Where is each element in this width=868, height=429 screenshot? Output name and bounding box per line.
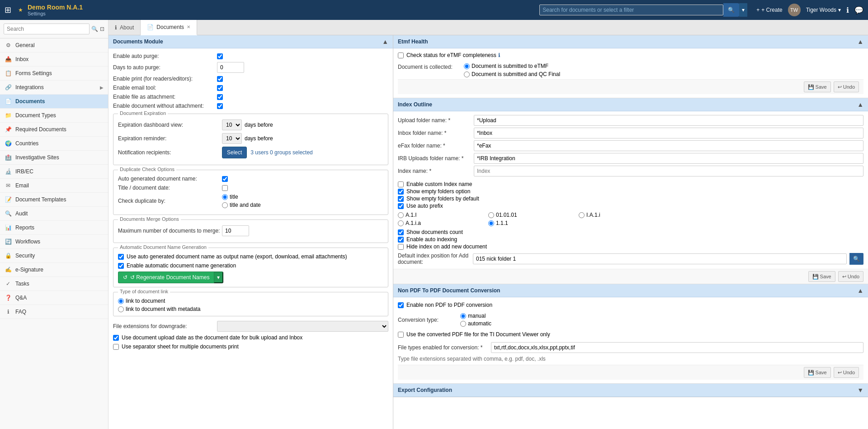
non-pdf-undo-button[interactable]: ↩ Undo (834, 367, 859, 378)
days-to-auto-purge-input[interactable] (217, 62, 244, 73)
tab-documents[interactable]: 📄 Documents ✕ (141, 20, 197, 35)
enable-non-pdf-checkbox[interactable] (398, 302, 404, 308)
file-types-input[interactable] (491, 342, 863, 353)
enable-custom-index-checkbox[interactable] (398, 181, 404, 187)
tab-close-icon[interactable]: ✕ (187, 24, 190, 29)
hide-index-on-add-checkbox[interactable] (398, 244, 404, 250)
sidebar-item-general[interactable]: ⚙ General (0, 38, 108, 52)
non-pdf-conversion-collapse[interactable]: ▲ (857, 287, 863, 294)
chat-button[interactable]: 💬 (854, 6, 863, 14)
nav-search-input[interactable] (539, 5, 723, 15)
radio-link-to-document-with-metadata[interactable] (118, 306, 124, 312)
sidebar-item-workflows[interactable]: 🔄 Workflows (0, 235, 108, 249)
sidebar-item-audit[interactable]: 🔍 Audit (0, 207, 108, 221)
radio-title-and-date[interactable] (222, 202, 228, 208)
regenerate-document-names-button[interactable]: ↺ ↺ Regenerate Document Names (118, 272, 214, 283)
sidebar-item-required-documents[interactable]: 📌 Required Documents (0, 123, 108, 137)
sidebar-item-reports[interactable]: 📊 Reports (0, 221, 108, 235)
sidebar-item-inbox[interactable]: 📥 Inbox (0, 52, 108, 67)
enable-auto-indexing-checkbox[interactable] (398, 237, 404, 243)
radio-111[interactable] (488, 220, 494, 226)
sidebar-item-countries[interactable]: 🌍 Countries (0, 137, 108, 151)
radio-link-to-document[interactable] (118, 298, 124, 304)
enable-email-tool-checkbox[interactable] (217, 85, 223, 91)
sidebar-item-email[interactable]: ✉ Email (0, 179, 108, 193)
use-separator-sheet-checkbox[interactable] (113, 344, 119, 350)
expiration-dashboard-select[interactable]: 10 30 60 90 (222, 119, 242, 130)
nav-search-button[interactable]: 🔍 (723, 3, 739, 17)
export-configuration-collapse[interactable]: ▼ (857, 386, 863, 394)
use-converted-pdf-checkbox[interactable] (398, 332, 404, 338)
enable-auto-purge-checkbox[interactable] (217, 53, 223, 59)
index-outline-save-button[interactable]: 💾 Save (808, 271, 835, 282)
select-recipients-button[interactable]: Select (222, 147, 247, 158)
irb-uploads-folder-input[interactable] (474, 153, 863, 164)
show-empty-folders-option-checkbox[interactable] (398, 189, 404, 195)
use-auto-prefix-checkbox[interactable] (398, 203, 404, 209)
show-documents-count-checkbox[interactable] (398, 229, 404, 235)
auto-generated-name-checkbox[interactable] (222, 176, 228, 182)
regenerate-dropdown-button[interactable]: ▾ (214, 272, 223, 283)
nav-search-dropdown[interactable]: ▾ (739, 3, 747, 17)
non-pdf-save-button[interactable]: 💾 Save (804, 367, 831, 378)
expand-icon: ▶ (100, 85, 104, 90)
sidebar-item-faq[interactable]: ℹ FAQ (0, 305, 108, 319)
enable-file-attachment-checkbox[interactable] (217, 94, 223, 100)
tab-about[interactable]: ℹ About (108, 20, 141, 35)
efax-folder-input[interactable] (474, 140, 863, 151)
sidebar-search-clear[interactable]: ⊡ (100, 26, 104, 32)
inbox-folder-input[interactable] (474, 128, 863, 138)
avatar[interactable]: TW (788, 4, 801, 16)
index-name-input[interactable] (474, 166, 863, 176)
sidebar-item-tasks[interactable]: ✓ Tasks (0, 277, 108, 291)
enable-automatic-checkbox[interactable] (118, 263, 124, 269)
nav-room-name[interactable]: Demo Room N.A.1 (28, 4, 83, 11)
enable-print-checkbox[interactable] (217, 76, 223, 82)
documents-module-collapse[interactable]: ▲ (382, 38, 388, 45)
etmf-info-icon[interactable]: ℹ (498, 52, 500, 58)
title-document-date-checkbox[interactable] (222, 185, 228, 191)
radio-010101[interactable] (488, 212, 494, 218)
default-index-search-button[interactable]: 🔍 (849, 253, 863, 265)
sidebar-item-investigative-sites[interactable]: 🏥 Investigative Sites (0, 151, 108, 165)
show-empty-folders-default-checkbox[interactable] (398, 196, 404, 202)
sidebar-item-document-types[interactable]: 📁 Document Types (0, 109, 108, 123)
radio-submitted-to-etmf[interactable] (464, 63, 470, 69)
use-auto-generated-checkbox[interactable] (118, 254, 124, 260)
grid-icon[interactable]: ⊞ (5, 5, 11, 15)
file-extensions-select[interactable] (217, 321, 388, 332)
sidebar-item-integrations[interactable]: 🔗 Integrations ▶ (0, 81, 108, 95)
radio-automatic[interactable] (460, 321, 466, 327)
sidebar-item-document-templates[interactable]: 📝 Document Templates (0, 193, 108, 207)
sidebar-search-button[interactable]: 🔍 (91, 26, 98, 32)
sidebar-item-irb-ec[interactable]: 🔬 IRB/EC (0, 165, 108, 179)
info-button[interactable]: ℹ (846, 6, 849, 14)
etmf-undo-button[interactable]: ↩ Undo (834, 81, 859, 92)
index-outline-collapse[interactable]: ▲ (857, 101, 863, 108)
sidebar-item-e-signature[interactable]: ✍ e-Signature (0, 263, 108, 277)
sidebar-item-documents[interactable]: 📄 Documents (0, 95, 108, 109)
sidebar-item-qa[interactable]: ❓ Q&A (0, 291, 108, 305)
etmf-save-button[interactable]: 💾 Save (804, 81, 831, 92)
check-status-checkbox[interactable] (398, 52, 404, 58)
radio-a11a[interactable] (398, 220, 404, 226)
radio-submitted-and-qc[interactable] (464, 72, 470, 77)
use-upload-date-checkbox[interactable] (113, 335, 119, 341)
radio-a11[interactable] (398, 212, 404, 218)
submitted-and-qc-label: Document is submitted and QC Final (472, 71, 560, 77)
radio-ia1i[interactable] (579, 212, 585, 218)
upload-folder-input[interactable] (474, 115, 863, 126)
etmf-health-collapse[interactable]: ▲ (857, 38, 863, 45)
sidebar-item-forms-settings[interactable]: 📋 Forms Settings (0, 67, 108, 81)
user-menu[interactable]: Tiger Woods ▾ (806, 7, 841, 13)
sidebar-item-security[interactable]: 🔒 Security (0, 249, 108, 263)
index-outline-undo-button[interactable]: ↩ Undo (838, 271, 863, 282)
radio-title[interactable] (222, 194, 228, 200)
sidebar-search-input[interactable] (4, 24, 90, 34)
default-index-position-input[interactable] (473, 253, 847, 264)
expiration-reminder-select[interactable]: 10 30 60 (222, 133, 242, 144)
radio-manual[interactable] (460, 313, 466, 319)
max-documents-input[interactable] (222, 225, 249, 236)
enable-doc-without-attachment-checkbox[interactable] (217, 103, 223, 109)
create-button[interactable]: + + Create (756, 7, 782, 13)
